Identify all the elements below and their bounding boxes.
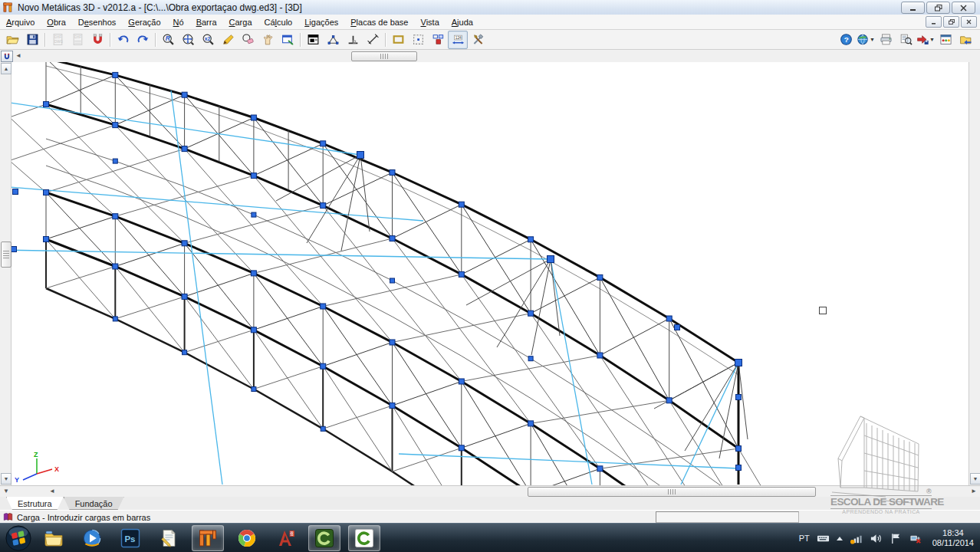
menu-item-obra[interactable]: Obra xyxy=(41,16,71,28)
toolbar-button-zoom-extents-icon[interactable] xyxy=(178,31,198,49)
taskbar-app-explorer-icon[interactable] xyxy=(38,526,69,550)
network-signal-icon[interactable] xyxy=(850,532,863,545)
left-scroll-thumb[interactable] xyxy=(1,242,12,268)
bottom-scroll-down-icon[interactable]: ▼ xyxy=(3,488,9,495)
snap-magnet-button[interactable] xyxy=(1,51,13,62)
taskbar-app-camtasia-rec-icon[interactable] xyxy=(308,525,340,551)
restore-button[interactable] xyxy=(926,2,950,14)
menu-item-carga[interactable]: Carga xyxy=(223,16,258,28)
taskbar-app-chrome-icon[interactable] xyxy=(232,526,262,550)
right-scroll-down-arrow-icon[interactable]: ▼ xyxy=(970,473,980,485)
scroll-left-arrow-icon[interactable]: ◄ xyxy=(15,53,21,59)
toolbar-button-print-preview-icon[interactable] xyxy=(896,31,916,49)
toolbar-button-zoom-erase-icon[interactable] xyxy=(238,31,258,49)
selection-handle[interactable] xyxy=(819,307,827,314)
svg-text:124: 124 xyxy=(455,36,461,40)
toolbar-button-help-icon[interactable]: ? xyxy=(836,31,856,49)
menu-item-n-[interactable]: Nó xyxy=(167,16,190,28)
toolbar-button-printer-icon[interactable] xyxy=(876,31,896,49)
volume-icon[interactable] xyxy=(870,532,883,545)
system-tray: PT 18:34 08/11/2014 xyxy=(799,528,980,548)
taskbar-app-photoshop-icon[interactable]: Ps xyxy=(115,526,146,550)
toolbar-button-folder-back-icon[interactable] xyxy=(955,31,975,49)
bottom-scroll-right-icon[interactable]: ► xyxy=(971,488,977,495)
minimize-button[interactable] xyxy=(901,2,925,14)
menu-item-barra[interactable]: Barra xyxy=(190,16,223,28)
svg-text:?: ? xyxy=(844,35,848,44)
toolbar-button-select-center-icon[interactable] xyxy=(408,31,428,49)
svg-text:10: 10 xyxy=(291,534,294,537)
svg-text:R: R xyxy=(165,34,170,42)
clock[interactable]: 18:34 08/11/2014 xyxy=(929,528,974,548)
mdi-minimize-button[interactable] xyxy=(926,16,942,28)
scroll-up-arrow-icon[interactable]: ▲ xyxy=(1,63,12,74)
toolbar-button-dxf-export-icon: DXF xyxy=(67,31,87,49)
svg-text:Ps: Ps xyxy=(124,534,135,544)
menu-item-c-lculo[interactable]: Cálculo xyxy=(258,16,299,28)
toolbar-button-save-icon[interactable] xyxy=(22,31,42,49)
hidden-icons-chevron[interactable] xyxy=(837,537,843,540)
menu-item-ajuda[interactable]: Ajuda xyxy=(446,16,479,28)
windows-taskbar: Ps2010 PT 18:34 08/11/2014 xyxy=(0,523,980,552)
menu-item-placas-de-base[interactable]: Placas de base xyxy=(344,16,414,28)
svg-text:DWG: DWG xyxy=(54,40,63,44)
bottom-scroll-left-icon[interactable]: ◄ xyxy=(49,488,55,495)
tab-fundação[interactable]: Fundação xyxy=(64,497,124,510)
svg-text:X: X xyxy=(54,465,59,473)
toolbar-button-nodes-tool-icon[interactable] xyxy=(323,31,343,49)
status-panel xyxy=(656,511,799,523)
taskbar-app-metal3d-icon[interactable] xyxy=(192,525,224,551)
view-tabs: EstruturaFundação xyxy=(0,497,980,511)
toolbar-button-magnet-icon[interactable] xyxy=(87,31,107,49)
top-scrollbar[interactable]: ◄ xyxy=(0,50,980,63)
keyboard-icon[interactable] xyxy=(817,532,830,545)
toolbar-button-dim-pressed-icon[interactable]: 124 xyxy=(448,31,468,49)
drawing-area[interactable]: ZXY ▲ ▼ ▼ xyxy=(0,62,980,485)
tab-estrutura[interactable]: Estrutura xyxy=(6,497,64,510)
toolbar-button-undo-icon[interactable] xyxy=(113,31,133,49)
svg-text:x2: x2 xyxy=(204,36,210,41)
scroll-down-arrow-icon[interactable]: ▼ xyxy=(1,473,12,485)
structure-wireframe[interactable]: ZXY xyxy=(11,62,969,485)
language-indicator[interactable]: PT xyxy=(799,534,810,543)
toolbar-button-export-disk-icon[interactable]: ▼ xyxy=(916,31,936,49)
status-bar: Carga - Introduzir cargas em barras xyxy=(0,510,980,524)
toolbar-button-rect-yellow-icon[interactable] xyxy=(388,31,408,49)
menu-item-arquivo[interactable]: Arquivo xyxy=(0,16,41,28)
start-button[interactable] xyxy=(5,524,32,552)
toolbar-button-redo-icon[interactable] xyxy=(133,31,153,49)
action-center-flag-icon[interactable] xyxy=(890,532,903,545)
toolbar-button-dxf-import-icon: DXFDWG xyxy=(48,31,67,49)
menu-item-desenhos[interactable]: Desenhos xyxy=(72,16,123,28)
toolbar-button-zoom-edit-icon[interactable] xyxy=(218,31,238,49)
toolbar-button-zoom-x2-icon[interactable]: x2 xyxy=(198,31,218,49)
mdi-restore-button[interactable] xyxy=(943,16,959,28)
window-title: Novo Metálicas 3D - v2012.a - [C:\...\Ob… xyxy=(18,2,302,13)
bottom-scroll-thumb[interactable] xyxy=(528,487,816,497)
menu-item-gera-o[interactable]: Geração xyxy=(122,16,166,28)
top-scroll-thumb[interactable] xyxy=(351,51,417,61)
toolbar-button-dim-line-icon[interactable] xyxy=(363,31,383,49)
left-scrollbar[interactable]: ▲ ▼ xyxy=(0,62,12,485)
toolbar-button-globe-icon[interactable]: ▼ xyxy=(856,31,876,49)
taskbar-app-notepad-icon[interactable] xyxy=(153,526,184,550)
taskbar-app-camtasia-app-icon[interactable] xyxy=(348,525,380,551)
right-scrollbar[interactable]: ▼ xyxy=(968,62,980,485)
network-disconnected-icon[interactable] xyxy=(909,532,922,545)
toolbar-button-tools-icon[interactable] xyxy=(468,31,488,49)
taskbar-app-autocad-icon[interactable]: 2010 xyxy=(270,526,301,550)
menu-item-liga-es[interactable]: Ligações xyxy=(298,16,344,28)
toolbar-button-clip-red-icon[interactable] xyxy=(428,31,448,49)
close-button[interactable] xyxy=(952,2,975,14)
toolbar-button-window-colors-icon[interactable] xyxy=(936,31,955,49)
toolbar-button-perpendicular-icon[interactable] xyxy=(343,31,363,49)
taskbar-app-wmp-icon[interactable] xyxy=(77,526,107,550)
menu-item-vista[interactable]: Vista xyxy=(415,16,446,28)
toolbar-button-window-bw-icon[interactable] xyxy=(303,31,323,49)
toolbar-button-pan-hand-icon[interactable] xyxy=(258,31,278,49)
toolbar-button-open-folder-icon[interactable] xyxy=(2,31,22,49)
title-bar[interactable]: Novo Metálicas 3D - v2012.a - [C:\...\Ob… xyxy=(0,0,980,15)
toolbar-button-zoom-r-icon[interactable]: R xyxy=(158,31,178,49)
toolbar-button-view-window-icon[interactable] xyxy=(278,31,298,49)
mdi-close-button[interactable] xyxy=(961,16,977,28)
